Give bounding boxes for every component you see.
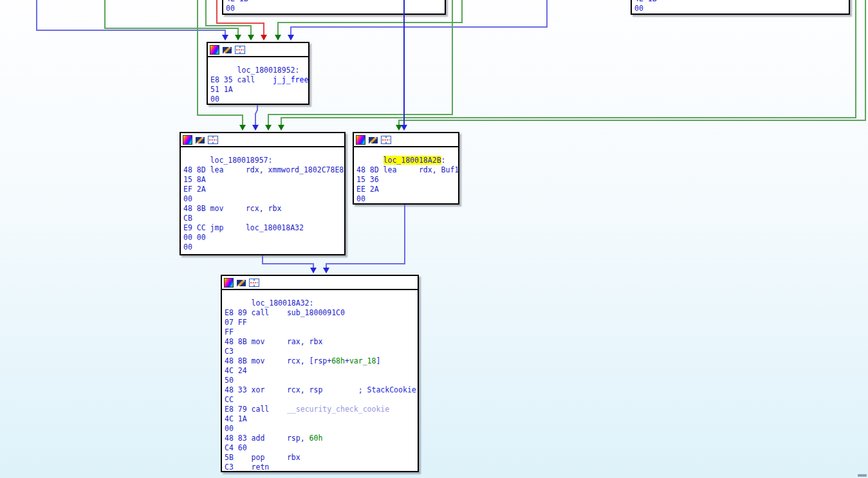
code-line: 00 xyxy=(225,424,418,434)
overview-indicator xyxy=(858,474,867,477)
edge-arrowhead xyxy=(288,35,294,41)
edge-arrowhead xyxy=(261,35,267,41)
node-color-icon[interactable] xyxy=(356,135,365,145)
edge-arrowhead xyxy=(396,125,402,131)
code-line: C3 xyxy=(225,347,418,356)
edge-arrowhead xyxy=(323,268,329,273)
code-line: 48 8B mov rcx, rbx xyxy=(183,204,344,214)
block-partial-top-left[interactable]: 4E 1B00 xyxy=(222,0,446,15)
code-line: 00 xyxy=(634,4,849,14)
code-line: 48 8B mov rcx, [rsp+68h+var_18] xyxy=(225,356,418,366)
code-line: CC xyxy=(225,395,418,405)
block-body: 4E 1B00 xyxy=(223,0,445,14)
edge-in-957-green-3 xyxy=(281,0,856,125)
code-line: 48 83 add rsp, 60h xyxy=(225,434,418,443)
group-node-icon[interactable] xyxy=(208,136,218,144)
edge-in-952-blue-left xyxy=(37,0,225,35)
node-color-icon[interactable] xyxy=(183,135,192,145)
block-header xyxy=(208,43,308,57)
code-line: 48 8B mov rax, rbx xyxy=(225,337,418,347)
block-header xyxy=(181,133,344,147)
edit-comment-icon[interactable] xyxy=(368,136,378,144)
edge-in-a2b-green xyxy=(399,0,865,125)
block-header xyxy=(354,133,458,147)
code-line: 51 1A xyxy=(210,85,308,95)
edge-arrowhead xyxy=(239,125,246,131)
edit-comment-icon[interactable] xyxy=(236,279,246,287)
code-line: 50 xyxy=(225,376,418,385)
code-line: 07 FF xyxy=(225,318,418,327)
block-body: 4E 1B00 xyxy=(632,0,849,14)
edge-arrowhead xyxy=(310,268,317,273)
code-line: CB xyxy=(183,214,344,223)
code-line: C3 retn xyxy=(225,463,418,472)
code-line: C4 60 xyxy=(225,443,418,453)
edge-arrowhead xyxy=(265,125,272,131)
edge-arrowhead xyxy=(222,35,228,41)
group-node-icon[interactable] xyxy=(249,279,259,287)
graph-canvas[interactable]: 4E 1B00 4E 1B00 xyxy=(0,0,868,478)
code-line: FF xyxy=(225,327,418,337)
code-line: 48 8D lea rdx, xmmword_1802C78E8 xyxy=(183,165,344,175)
edge-arrowhead xyxy=(248,35,254,41)
edge-arrowhead xyxy=(278,125,284,131)
edge-edge-952-to-957 xyxy=(255,105,257,125)
code-line: 5B pop rbx xyxy=(225,453,418,463)
code-line: 00 xyxy=(226,4,445,14)
block-body: loc_180018A2B:48 8D lea rdx, Buf115 36EE… xyxy=(354,147,458,204)
code-line: 4C 24 xyxy=(225,366,418,376)
code-line: 00 xyxy=(210,95,308,104)
edge-arrowhead xyxy=(252,125,259,131)
code-line: loc_180018A32: xyxy=(225,299,418,308)
code-line: EF 2A xyxy=(183,185,344,194)
code-line: 15 36 xyxy=(356,175,458,185)
code-line: 48 8D lea rdx, Buf1 xyxy=(356,165,458,175)
edges-layer xyxy=(0,0,868,478)
edge-arrowhead xyxy=(235,35,241,41)
node-color-icon[interactable] xyxy=(224,278,234,288)
edge-in-952-green-1 xyxy=(105,0,238,35)
edit-comment-icon[interactable] xyxy=(195,136,205,144)
edge-arrowhead xyxy=(401,125,407,131)
code-line: 00 xyxy=(183,194,344,204)
code-line: 4C 1A xyxy=(225,414,418,424)
code-line: E9 CC jmp loc_180018A32 xyxy=(183,223,344,233)
edge-edge-957-to-a32 xyxy=(263,255,313,268)
edit-comment-icon[interactable] xyxy=(222,46,232,54)
block-loc_180018952[interactable]: loc_180018952:E8 35 call j_j_free51 1A00 xyxy=(207,42,309,105)
code-line: 00 xyxy=(183,243,344,252)
code-line: E8 79 call __security_check_cookie xyxy=(225,405,418,414)
code-line: 48 33 xor rcx, rsp ; StackCookie xyxy=(225,385,418,395)
code-line: E8 89 call sub_1800091C0 xyxy=(225,308,418,318)
code-line: EE 2A xyxy=(356,185,458,194)
block-loc_180018A2B[interactable]: loc_180018A2B:48 8D lea rdx, Buf115 36EE… xyxy=(353,132,459,205)
code-line: 00 xyxy=(356,194,458,204)
node-color-icon[interactable] xyxy=(210,45,219,55)
code-line: loc_180018957: xyxy=(183,156,344,165)
group-node-icon[interactable] xyxy=(235,46,245,54)
block-header xyxy=(222,276,418,290)
code-line: 00 00 xyxy=(183,233,344,243)
block-body: loc_180018957:48 8D lea rdx, xmmword_180… xyxy=(181,147,344,252)
block-body: loc_180018952:E8 35 call j_j_free51 1A00 xyxy=(208,57,308,104)
group-node-icon[interactable] xyxy=(381,136,391,144)
code-line: loc_180018952: xyxy=(210,66,308,75)
block-loc_180018957[interactable]: loc_180018957:48 8D lea rdx, xmmword_180… xyxy=(180,132,346,255)
edge-arrowhead xyxy=(275,35,281,41)
block-body: loc_180018A32:E8 89 call sub_1800091C007… xyxy=(222,290,418,472)
code-line: loc_180018A2B: xyxy=(356,156,458,165)
code-line: E8 35 call j_j_free xyxy=(210,75,308,85)
block-loc_180018A32[interactable]: loc_180018A32:E8 89 call sub_1800091C007… xyxy=(221,275,419,472)
code-line: 15 8A xyxy=(183,175,344,185)
block-partial-top-right[interactable]: 4E 1B00 xyxy=(631,0,850,15)
